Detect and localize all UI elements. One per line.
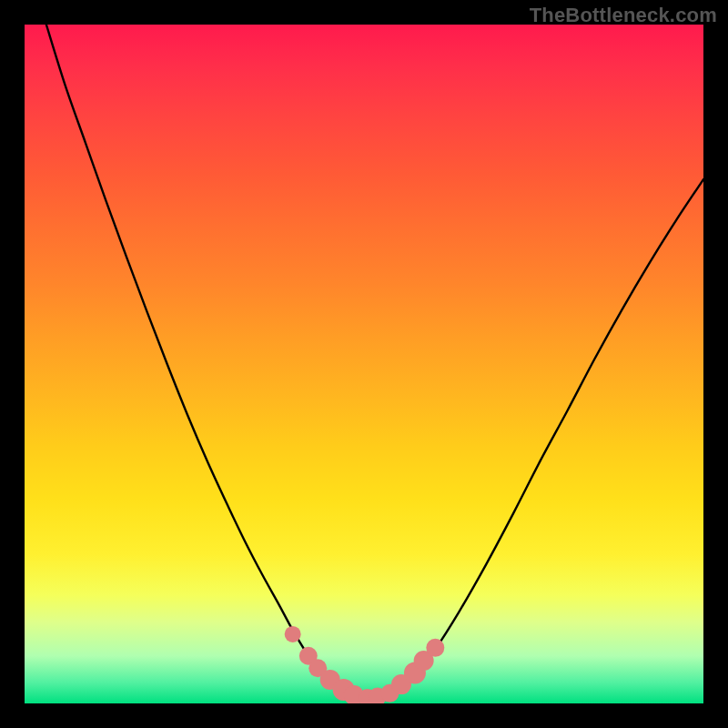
watermark-label: TheBottleneck.com <box>530 4 717 27</box>
plot-area <box>25 25 703 703</box>
marker-group <box>285 626 445 703</box>
chart-overlay <box>25 25 703 703</box>
curve-marker <box>285 626 301 642</box>
curve-marker <box>426 639 444 657</box>
bottleneck-curve <box>46 25 703 698</box>
chart-stage: { "watermark": "TheBottleneck.com", "col… <box>0 0 728 728</box>
